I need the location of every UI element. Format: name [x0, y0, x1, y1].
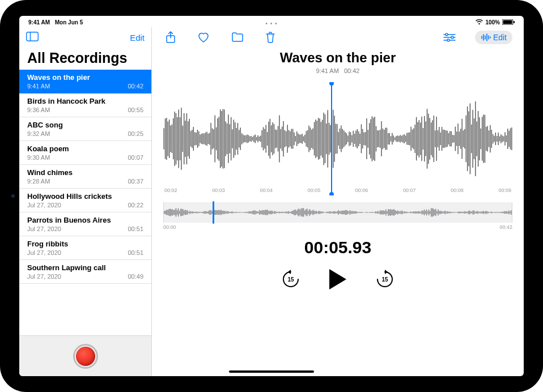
recording-row-time: 9:41 AM [27, 83, 50, 90]
sliders-icon [443, 33, 456, 42]
svg-text:15: 15 [381, 276, 388, 283]
svg-rect-1 [503, 20, 512, 24]
record-dot-icon [76, 347, 95, 366]
recording-row-time: Jul 27, 2020 [27, 225, 61, 232]
svg-text:15: 15 [287, 276, 294, 283]
recording-row[interactable]: Southern Lapwing call Jul 27, 202000:49 [19, 260, 151, 284]
recording-row[interactable]: Hollywood Hills crickets Jul 27, 202000:… [19, 189, 151, 212]
recording-meta-time: 9:41 AM [316, 67, 339, 74]
home-indicator[interactable] [229, 370, 314, 373]
move-folder-button[interactable] [229, 31, 246, 44]
sidebar-edit-button[interactable]: Edit [130, 33, 145, 42]
overview-playhead[interactable] [213, 201, 214, 224]
recording-meta-dur: 00:42 [344, 67, 360, 74]
edit-recording-button[interactable]: Edit [475, 31, 512, 44]
playhead[interactable] [331, 82, 332, 195]
skip-forward-15-icon: 15 [375, 270, 394, 289]
trash-icon [265, 31, 275, 44]
recording-row-title: Waves on the pier [27, 73, 143, 82]
multitask-dots[interactable]: • • • [265, 20, 277, 27]
waveform-icon [481, 33, 491, 41]
overview-start: 00:00 [163, 224, 176, 230]
svg-rect-2 [514, 21, 515, 23]
heart-icon [197, 32, 210, 43]
battery-icon [502, 19, 515, 25]
recording-row-title: Frog ribbits [27, 240, 143, 248]
current-time: 00:05.93 [163, 238, 512, 257]
recording-row[interactable]: Koala poem 9:30 AM00:07 [19, 141, 151, 165]
recording-title: Waves on the pier [163, 50, 512, 66]
favorite-button[interactable] [195, 31, 212, 44]
share-icon [166, 31, 176, 44]
recording-row-title: Hollywood Hills crickets [27, 192, 143, 201]
recording-row-time: 9:28 AM [27, 178, 50, 185]
recording-row[interactable]: ABC song 9:32 AM00:25 [19, 117, 151, 141]
waveform-overview[interactable] [163, 202, 512, 223]
recording-row-time: 9:36 AM [27, 106, 50, 113]
delete-button[interactable] [263, 30, 278, 45]
recording-row-dur: 00:51 [128, 225, 143, 232]
sidebar-icon [26, 32, 39, 41]
recording-row-time: Jul 27, 2020 [27, 273, 61, 280]
recording-row-dur: 00:07 [128, 154, 143, 161]
overview-end: 00:42 [499, 224, 512, 230]
recording-row[interactable]: Frog ribbits Jul 27, 202000:51 [19, 236, 151, 260]
sidebar-toggle-button[interactable] [26, 32, 39, 43]
svg-rect-3 [27, 32, 39, 41]
skip-back-button[interactable]: 15 [281, 270, 300, 289]
skip-forward-button[interactable]: 15 [375, 270, 394, 289]
recording-row-dur: 00:55 [128, 106, 143, 113]
status-time: 9:41 AM [28, 19, 50, 25]
recording-row-time: 9:32 AM [27, 130, 50, 137]
recording-row-time: Jul 27, 2020 [27, 249, 61, 256]
record-button[interactable] [73, 344, 98, 369]
recording-row[interactable]: Waves on the pier 9:41 AM00:42 [19, 70, 151, 93]
recording-row-time: Jul 27, 2020 [27, 202, 61, 208]
status-date: Mon Jun 5 [55, 19, 83, 25]
recording-row-title: ABC song [27, 121, 143, 129]
recording-row-dur: 00:49 [128, 273, 143, 280]
svg-point-11 [447, 39, 449, 41]
recording-row-dur: 00:37 [128, 178, 143, 185]
sidebar-title: All Recordings [19, 48, 151, 70]
svg-point-9 [446, 33, 448, 36]
recording-row-time: 9:30 AM [27, 154, 50, 161]
recording-row-dur: 00:22 [128, 202, 143, 208]
recording-meta: 9:41 AM 00:42 [163, 67, 512, 74]
recording-row[interactable]: Wind chimes 9:28 AM00:37 [19, 165, 151, 189]
recording-row[interactable]: Parrots in Buenos Aires Jul 27, 202000:5… [19, 212, 151, 236]
play-button[interactable] [328, 268, 348, 291]
battery-percent: 100% [485, 19, 500, 25]
recording-row-title: Southern Lapwing call [27, 263, 143, 272]
options-button[interactable] [441, 32, 458, 43]
wifi-icon [476, 19, 483, 25]
edit-recording-label: Edit [493, 33, 507, 42]
recording-row-dur: 00:25 [128, 130, 143, 137]
recording-row[interactable]: Birds in Hancock Park 9:36 AM00:55 [19, 93, 151, 117]
recording-row-title: Wind chimes [27, 168, 143, 177]
recording-row-title: Koala poem [27, 144, 143, 153]
waveform-main[interactable] [163, 82, 512, 195]
skip-back-15-icon: 15 [281, 270, 300, 289]
play-icon [328, 268, 348, 291]
recording-row-dur: 00:51 [128, 249, 143, 256]
folder-icon [231, 32, 244, 42]
recording-row-dur: 00:42 [128, 83, 143, 90]
recording-row-title: Parrots in Buenos Aires [27, 216, 143, 224]
recording-row-title: Birds in Hancock Park [27, 97, 143, 105]
share-button[interactable] [163, 30, 178, 45]
svg-point-10 [451, 36, 453, 39]
